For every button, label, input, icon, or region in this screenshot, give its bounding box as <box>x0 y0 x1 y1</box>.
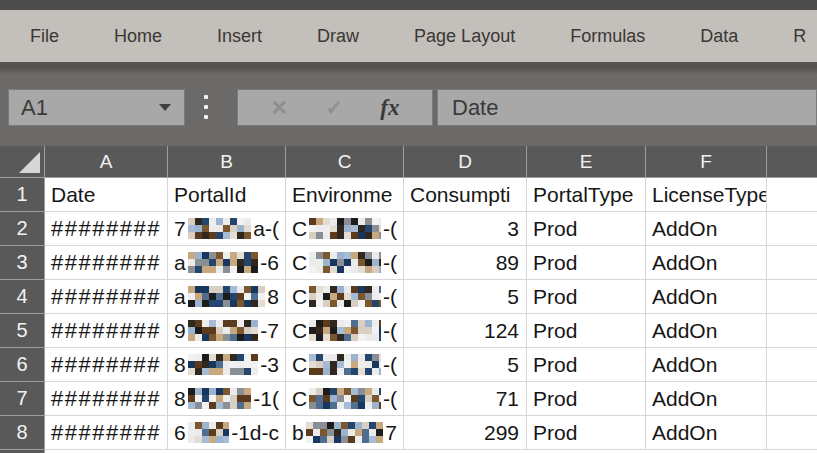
ribbon-tab-bar: FileHomeInsertDrawPage LayoutFormulasDat… <box>0 10 817 62</box>
redacted-portal-id-suffix: a-( <box>253 217 279 241</box>
row-header-1[interactable]: 1 <box>0 178 45 212</box>
redaction-mosaic <box>188 388 252 409</box>
ribbon-tab-data[interactable]: Data <box>700 26 738 47</box>
column-header-partial[interactable] <box>767 146 817 178</box>
name-box[interactable]: A1 <box>8 89 185 126</box>
ribbon-tab-home[interactable]: Home <box>114 26 162 47</box>
cell-E6[interactable]: Prod <box>527 348 646 382</box>
enter-icon[interactable]: ✓ <box>325 96 343 120</box>
select-all-triangle-icon <box>19 152 40 173</box>
cell-C5[interactable]: C-( <box>286 314 404 348</box>
row-header-7[interactable]: 7 <box>0 382 45 416</box>
cell-F1[interactable]: LicenseType <box>646 178 767 212</box>
cell-F2[interactable]: AddOn <box>646 212 767 246</box>
cell-D8[interactable]: 299 <box>404 416 527 450</box>
cell-A2[interactable]: ######## <box>45 212 168 246</box>
cell-A5[interactable]: ######## <box>45 314 168 348</box>
cell-A4[interactable]: ######## <box>45 280 168 314</box>
ribbon-tab-page-layout[interactable]: Page Layout <box>414 26 515 47</box>
cell-F6[interactable]: AddOn <box>646 348 767 382</box>
cell-G2[interactable] <box>767 212 817 246</box>
cell-G5[interactable] <box>767 314 817 348</box>
cell-G3[interactable] <box>767 246 817 280</box>
date-overflow-hashes: ######## <box>51 420 161 446</box>
cell-A7[interactable]: ######## <box>45 382 168 416</box>
cancel-icon[interactable]: ✕ <box>271 96 289 120</box>
cell-A6[interactable]: ######## <box>45 348 168 382</box>
cell-F7[interactable]: AddOn <box>646 382 767 416</box>
cell-E5[interactable]: Prod <box>527 314 646 348</box>
cell-E3[interactable]: Prod <box>527 246 646 280</box>
cell-E7[interactable]: Prod <box>527 382 646 416</box>
row-header-2[interactable]: 2 <box>0 212 45 246</box>
redacted-portal-id-prefix: 7 <box>174 217 186 241</box>
cell-D2[interactable]: 3 <box>404 212 527 246</box>
cell-B2[interactable]: 7a-( <box>168 212 286 246</box>
chevron-down-icon[interactable] <box>159 104 171 111</box>
cell-B7[interactable]: 8-1( <box>168 382 286 416</box>
cell-B6[interactable]: 8-3 <box>168 348 286 382</box>
cell-B1[interactable]: PortalId <box>168 178 286 212</box>
cell-C1[interactable]: Environme <box>286 178 404 212</box>
table-row: DatePortalIdEnvironmeConsumptiPortalType… <box>45 178 817 212</box>
cell-C6[interactable]: C-( <box>286 348 404 382</box>
cell-G1[interactable] <box>767 178 817 212</box>
cell-E2[interactable]: Prod <box>527 212 646 246</box>
cell-A8[interactable]: ######## <box>45 416 168 450</box>
redaction-mosaic <box>188 218 252 239</box>
cell-C3[interactable]: C-( <box>286 246 404 280</box>
cell-F8[interactable]: AddOn <box>646 416 767 450</box>
column-header-a[interactable]: A <box>45 146 168 178</box>
ribbon-tab-file[interactable]: File <box>30 26 59 47</box>
cell-A3[interactable]: ######## <box>45 246 168 280</box>
cell-C8[interactable]: b7 <box>286 416 404 450</box>
redacted-portal-id-suffix: -1( <box>253 387 279 411</box>
cell-D1[interactable]: Consumpti <box>404 178 527 212</box>
formula-input[interactable]: Date <box>437 89 817 126</box>
table-row: ########6-1d-cb7299ProdAddOn <box>45 416 817 450</box>
column-header-b[interactable]: B <box>168 146 286 178</box>
column-header-c[interactable]: C <box>286 146 404 178</box>
cell-F4[interactable]: AddOn <box>646 280 767 314</box>
row-header-3[interactable]: 3 <box>0 246 45 280</box>
cell-D4[interactable]: 5 <box>404 280 527 314</box>
select-all-button[interactable] <box>0 146 45 178</box>
cell-B4[interactable]: a 8 <box>168 280 286 314</box>
row-header-8[interactable]: 8 <box>0 416 45 450</box>
ribbon-tab-r[interactable]: R <box>793 26 806 47</box>
ribbon-tab-draw[interactable]: Draw <box>317 26 359 47</box>
cell-G8[interactable] <box>767 416 817 450</box>
column-header-d[interactable]: D <box>404 146 527 178</box>
column-header-f[interactable]: F <box>646 146 767 178</box>
row-header-6[interactable]: 6 <box>0 348 45 382</box>
redacted-environment-suffix: -( <box>383 251 397 275</box>
ribbon-tab-formulas[interactable]: Formulas <box>570 26 645 47</box>
row-header-4[interactable]: 4 <box>0 280 45 314</box>
redacted-portal-id-suffix: -6 <box>260 251 279 275</box>
cell-E8[interactable]: Prod <box>527 416 646 450</box>
cell-D7[interactable]: 71 <box>404 382 527 416</box>
cell-E4[interactable]: Prod <box>527 280 646 314</box>
date-overflow-hashes: ######## <box>51 318 161 344</box>
cell-G4[interactable] <box>767 280 817 314</box>
cell-G6[interactable] <box>767 348 817 382</box>
row-header-5[interactable]: 5 <box>0 314 45 348</box>
cell-D6[interactable]: 5 <box>404 348 527 382</box>
cell-F5[interactable]: AddOn <box>646 314 767 348</box>
cell-C2[interactable]: C-( <box>286 212 404 246</box>
cell-A1[interactable]: Date <box>45 178 168 212</box>
cell-B8[interactable]: 6-1d-c <box>168 416 286 450</box>
cell-B3[interactable]: a-6 <box>168 246 286 280</box>
formula-bar-drag-handle-icon[interactable] <box>204 95 209 119</box>
column-header-e[interactable]: E <box>527 146 646 178</box>
cell-F3[interactable]: AddOn <box>646 246 767 280</box>
ribbon-tab-insert[interactable]: Insert <box>217 26 262 47</box>
cell-G7[interactable] <box>767 382 817 416</box>
insert-function-icon[interactable]: fx <box>380 95 399 121</box>
cell-C4[interactable]: C-( <box>286 280 404 314</box>
cell-B5[interactable]: 9-7 <box>168 314 286 348</box>
cell-D3[interactable]: 89 <box>404 246 527 280</box>
cell-C7[interactable]: C-( <box>286 382 404 416</box>
cell-D5[interactable]: 124 <box>404 314 527 348</box>
cell-E1[interactable]: PortalType <box>527 178 646 212</box>
